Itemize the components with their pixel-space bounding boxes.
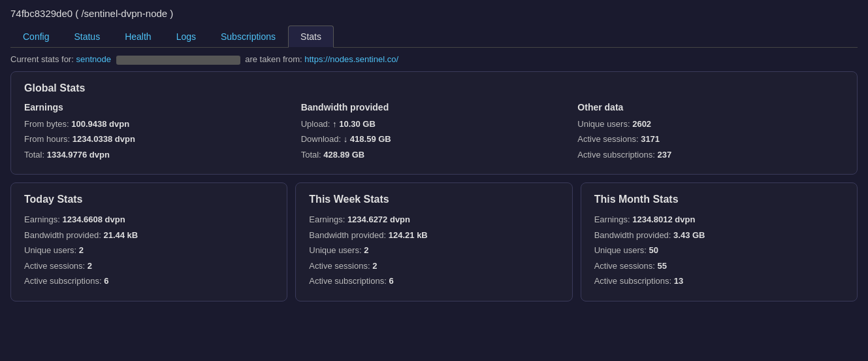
tab-health[interactable]: Health [112, 26, 163, 47]
earnings-title: Earnings [24, 102, 291, 112]
active-sessions-line: Active sessions: 3171 [577, 133, 844, 146]
bandwidth-title: Bandwidth provided [301, 102, 568, 112]
tab-status[interactable]: Status [61, 26, 112, 47]
week-active-subscriptions-line: Active subscriptions: 6 [309, 275, 558, 288]
active-subscriptions-line: Active subscriptions: 237 [577, 148, 844, 162]
download-line: Download: 418.59 GB [301, 133, 568, 146]
today-unique-users-line: Unique users: 2 [24, 244, 274, 257]
earnings-total-line: Total: 1334.9776 dvpn [24, 148, 291, 162]
upload-line: Upload: 10.30 GB [301, 118, 568, 131]
today-active-subscriptions-line: Active subscriptions: 6 [24, 275, 274, 288]
today-active-sessions-line: Active sessions: 2 [24, 260, 274, 273]
month-stats-card: This Month Stats Earnings: 1234.8012 dvp… [581, 182, 858, 301]
today-earnings-line: Earnings: 1234.6608 dvpn [24, 213, 274, 226]
month-unique-users-line: Unique users: 50 [594, 244, 844, 257]
unique-users-line: Unique users: 2602 [577, 118, 844, 131]
week-active-sessions-line: Active sessions: 2 [309, 260, 558, 273]
global-stats-title: Global Stats [24, 82, 844, 94]
month-active-sessions-line: Active sessions: 55 [594, 260, 844, 273]
stats-separator: are taken from: [245, 54, 302, 64]
global-bandwidth-section: Bandwidth provided Upload: 10.30 GB Down… [301, 102, 568, 164]
bottom-stats-grid: Today Stats Earnings: 1234.6608 dvpn Ban… [10, 182, 858, 301]
global-other-section: Other data Unique users: 2602 Active ses… [577, 102, 844, 164]
month-active-subscriptions-line: Active subscriptions: 13 [594, 275, 844, 288]
week-stats-card: This Week Stats Earnings: 1234.6272 dvpn… [295, 182, 572, 301]
today-bandwidth-line: Bandwidth provided: 21.44 kB [24, 229, 274, 242]
main-content: Current stats for: sentnode are taken fr… [0, 48, 868, 308]
tab-subscriptions[interactable]: Subscriptions [208, 26, 288, 47]
from-bytes-line: From bytes: 100.9438 dvpn [24, 118, 291, 131]
global-stats-card: Global Stats Earnings From bytes: 100.94… [10, 71, 858, 175]
tab-stats[interactable]: Stats [288, 26, 334, 48]
week-unique-users-line: Unique users: 2 [309, 244, 558, 257]
stats-source-bar: Current stats for: sentnode are taken fr… [10, 54, 858, 65]
header: 74fbc8329de0 ( /sentinel-dvpn-node ) Con… [0, 0, 868, 48]
global-earnings-section: Earnings From bytes: 100.9438 dvpn From … [24, 102, 291, 164]
today-stats-title: Today Stats [24, 194, 274, 205]
from-hours-line: From hours: 1234.0338 dvpn [24, 133, 291, 146]
node-link[interactable]: sentnode [76, 54, 111, 64]
tab-logs[interactable]: Logs [164, 26, 208, 47]
tab-config[interactable]: Config [10, 26, 61, 47]
tab-bar: Config Status Health Logs Subscriptions … [10, 26, 858, 48]
source-url-link[interactable]: https://nodes.sentinel.co/ [304, 54, 398, 64]
month-stats-title: This Month Stats [594, 194, 844, 205]
month-earnings-line: Earnings: 1234.8012 dvpn [594, 213, 844, 226]
other-data-title: Other data [577, 102, 844, 112]
week-bandwidth-line: Bandwidth provided: 124.21 kB [309, 229, 558, 242]
window-title: 74fbc8329de0 ( /sentinel-dvpn-node ) [10, 8, 858, 19]
node-address-blurred [116, 56, 240, 65]
month-bandwidth-line: Bandwidth provided: 3.43 GB [594, 229, 844, 242]
bandwidth-total-line: Total: 428.89 GB [301, 148, 568, 162]
stats-prefix: Current stats for: [10, 54, 74, 64]
today-stats-card: Today Stats Earnings: 1234.6608 dvpn Ban… [10, 182, 287, 301]
week-earnings-line: Earnings: 1234.6272 dvpn [309, 213, 558, 226]
global-stats-grid: Earnings From bytes: 100.9438 dvpn From … [24, 102, 844, 164]
week-stats-title: This Week Stats [309, 194, 558, 205]
